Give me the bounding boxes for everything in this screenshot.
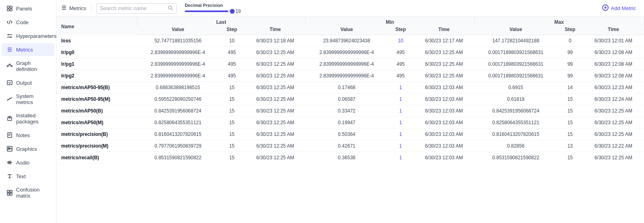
cell-name: metrics/precision(M) bbox=[56, 140, 137, 152]
plus-circle-icon bbox=[602, 4, 609, 12]
metrics-table: Name Last Min Max Value Step Time Value … bbox=[56, 17, 644, 164]
svg-line-4 bbox=[9, 20, 10, 24]
cell-name: lr/pg1 bbox=[56, 58, 137, 70]
svg-line-23 bbox=[11, 98, 12, 98]
cell-min-value: 2.8399999999999996E-4 bbox=[305, 58, 388, 70]
sidebar-item-code-label: Code bbox=[16, 19, 29, 25]
add-metric-button[interactable]: Add Metric bbox=[599, 3, 639, 14]
sidebar-item-metrics-label: Metrics bbox=[16, 47, 33, 53]
svg-point-13 bbox=[9, 64, 10, 65]
cell-max-value: 0.0017189803921568631 bbox=[475, 47, 557, 58]
cell-last-step: 10 bbox=[219, 35, 245, 47]
sidebar-item-code[interactable]: Code bbox=[2, 16, 54, 29]
cell-last-value: 0.688363898198515 bbox=[137, 82, 219, 94]
main-content: Metrics Decimal Precision 19 bbox=[56, 0, 644, 223]
sidebar-item-panels[interactable]: Panels bbox=[2, 2, 54, 15]
search-input[interactable] bbox=[100, 5, 165, 11]
table-row: metrics/recall(B) 0.8531590821590822 15 … bbox=[56, 152, 644, 164]
cell-last-time: 6/30/23 12:25 AM bbox=[245, 94, 305, 105]
cell-max-time: 6/30/23 12:08 AM bbox=[583, 70, 644, 82]
cell-min-value: 23.848739624023438 bbox=[305, 35, 388, 47]
search-icon bbox=[168, 5, 173, 12]
sidebar-item-output[interactable]: Output bbox=[2, 76, 54, 89]
cell-last-time: 6/30/23 12:25 AM bbox=[245, 82, 305, 94]
cell-last-time: 6/30/23 12:25 AM bbox=[245, 152, 305, 164]
cell-min-value: 0.50364 bbox=[305, 129, 388, 140]
sidebar-item-audio-label: Audio bbox=[16, 160, 29, 166]
table-row: metrics/mAP50-95(M) 0.5955228090250746 1… bbox=[56, 94, 644, 105]
sidebar-item-text[interactable]: Text bbox=[2, 170, 54, 183]
svg-rect-0 bbox=[7, 6, 9, 8]
cell-last-value: 0.8425391956068724 bbox=[137, 105, 219, 117]
sidebar-item-audio[interactable]: Audio bbox=[2, 156, 54, 169]
sidebar-item-installed-packages[interactable]: Installed packages bbox=[2, 109, 54, 128]
svg-rect-24 bbox=[8, 117, 12, 121]
cell-min-time: 6/30/23 12:25 AM bbox=[413, 47, 474, 58]
cell-max-step: 15 bbox=[557, 105, 583, 117]
decimal-slider-thumb[interactable] bbox=[230, 9, 235, 14]
cell-last-step: 15 bbox=[219, 105, 245, 117]
cell-last-step: 15 bbox=[219, 117, 245, 129]
search-wrapper[interactable] bbox=[96, 3, 177, 14]
package-icon bbox=[6, 115, 13, 122]
svg-rect-41 bbox=[10, 190, 12, 192]
sidebar-item-confusion-matrix[interactable]: Confusion matrix bbox=[2, 183, 54, 202]
col-header-min-value: Value bbox=[305, 26, 388, 35]
cell-min-time: 6/30/23 12:03 AM bbox=[413, 152, 474, 164]
table-row: metrics/mAP50(M) 0.8258064355351121 15 6… bbox=[56, 117, 644, 129]
cell-min-value: 2.8399999999999996E-4 bbox=[305, 47, 388, 58]
cell-name: metrics/precision(B) bbox=[56, 129, 137, 140]
col-header-max-time: Time bbox=[583, 26, 644, 35]
matrix-icon bbox=[6, 190, 13, 196]
cell-max-time: 6/30/23 12:25 AM bbox=[583, 129, 644, 140]
table-row: metrics/precision(M) 0.7977061950839729 … bbox=[56, 140, 644, 152]
cell-last-time: 6/30/23 12:18 AM bbox=[245, 35, 305, 47]
cell-min-step: 495 bbox=[388, 47, 413, 58]
sidebar-item-graph-definition[interactable]: Graph definition bbox=[2, 57, 54, 75]
cell-max-time: 6/30/23 12:23 AM bbox=[583, 82, 644, 94]
cell-max-value: 147.17282104492188 bbox=[475, 35, 557, 47]
svg-point-47 bbox=[168, 6, 171, 9]
sliders-icon bbox=[6, 33, 13, 39]
col-header-last-time: Time bbox=[245, 26, 305, 35]
sidebar: Panels Code Hyperparameters Metrics bbox=[0, 0, 56, 223]
cell-min-time: 6/30/23 12:03 AM bbox=[413, 94, 474, 105]
sidebar-item-system-metrics[interactable]: System metrics bbox=[2, 90, 54, 108]
cell-min-value: 0.17468 bbox=[305, 82, 388, 94]
sidebar-item-packages-label: Installed packages bbox=[16, 113, 50, 125]
sidebar-item-notes[interactable]: Notes bbox=[2, 129, 54, 142]
cell-last-time: 6/30/23 12:25 AM bbox=[245, 140, 305, 152]
cell-last-step: 15 bbox=[219, 82, 245, 94]
cell-name: metrics/mAP50(M) bbox=[56, 117, 137, 129]
sidebar-item-hyperparameters[interactable]: Hyperparameters bbox=[2, 29, 54, 42]
cell-max-time: 6/30/23 12:08 AM bbox=[583, 58, 644, 70]
col-header-last: Last bbox=[137, 17, 305, 26]
cell-last-value: 52.747718811035156 bbox=[137, 35, 219, 47]
cell-max-value: 0.8258064355351121 bbox=[475, 117, 557, 129]
cell-min-value: 0.36538 bbox=[305, 152, 388, 164]
metrics-table-wrapper: Name Last Min Max Value Step Time Value … bbox=[56, 17, 644, 223]
cell-last-value: 2.8399999999999996E-4 bbox=[137, 58, 219, 70]
cell-max-step: 99 bbox=[557, 47, 583, 58]
cell-max-step: 14 bbox=[557, 82, 583, 94]
cell-name: metrics/mAP50-95(M) bbox=[56, 94, 137, 105]
cell-last-time: 6/30/23 12:25 AM bbox=[245, 129, 305, 140]
audio-icon bbox=[6, 159, 13, 166]
cell-min-step: 1 bbox=[388, 117, 413, 129]
cell-min-value: 0.19947 bbox=[305, 117, 388, 129]
sidebar-item-metrics[interactable]: Metrics bbox=[2, 43, 54, 56]
sidebar-item-graphics[interactable]: Graphics bbox=[2, 142, 54, 155]
cell-max-step: 15 bbox=[557, 94, 583, 105]
cell-last-step: 495 bbox=[219, 47, 245, 58]
cell-name: lr/pg2 bbox=[56, 70, 137, 82]
sidebar-item-confusion-matrix-label: Confusion matrix bbox=[16, 187, 50, 199]
svg-line-48 bbox=[171, 8, 173, 10]
cell-min-time: 6/30/23 12:03 AM bbox=[413, 140, 474, 152]
cell-min-step: 1 bbox=[388, 140, 413, 152]
decimal-slider-track[interactable] bbox=[185, 10, 233, 12]
svg-rect-40 bbox=[7, 190, 9, 192]
cell-min-step: 1 bbox=[388, 82, 413, 94]
cell-min-time: 6/30/23 12:25 AM bbox=[413, 70, 474, 82]
sidebar-item-output-label: Output bbox=[16, 80, 32, 86]
add-metric-label: Add Metric bbox=[611, 5, 636, 11]
